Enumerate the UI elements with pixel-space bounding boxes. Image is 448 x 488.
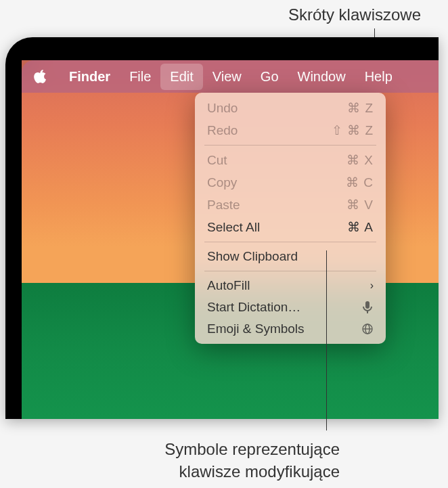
- globe-icon: [361, 323, 374, 335]
- callout-bottom-line2: klawisze modyfikujące: [164, 461, 340, 483]
- shortcut: ⌘ X: [346, 152, 374, 168]
- menubar-window[interactable]: Window: [288, 64, 355, 90]
- callout-bottom: Symbole reprezentujące klawisze modyfiku…: [164, 439, 340, 483]
- shortcut: ⌘ A: [347, 219, 374, 235]
- shortcut: ⌘ C: [346, 175, 374, 190]
- menu-autofill[interactable]: AutoFill ›: [199, 275, 382, 296]
- device-frame: Finder File Edit View Go Window Help Und…: [5, 37, 439, 419]
- callout-line-bottom: [326, 250, 327, 430]
- menu-label: Select All: [207, 220, 260, 235]
- menubar-go[interactable]: Go: [251, 64, 288, 90]
- shortcut: ⇧ ⌘ Z: [332, 123, 374, 138]
- menu-undo[interactable]: Undo ⌘ Z: [199, 97, 382, 119]
- menu-select-all[interactable]: Select All ⌘ A: [199, 216, 382, 238]
- callout-top: Skróty klawiszowe: [288, 5, 421, 24]
- menu-label: Paste: [207, 198, 240, 213]
- menu-paste[interactable]: Paste ⌘ V: [199, 194, 382, 216]
- menu-cut[interactable]: Cut ⌘ X: [199, 149, 382, 171]
- menu-separator: [204, 271, 376, 271]
- menu-separator: [204, 145, 376, 146]
- menu-label: Emoji & Symbols: [207, 321, 305, 336]
- menubar-file[interactable]: File: [120, 64, 160, 90]
- menu-label: Undo: [207, 101, 238, 116]
- menu-label: Copy: [207, 175, 237, 190]
- edit-menu-dropdown: Undo ⌘ Z Redo ⇧ ⌘ Z Cut ⌘ X Copy ⌘ C Pas…: [195, 93, 386, 344]
- menu-emoji-symbols[interactable]: Emoji & Symbols: [199, 318, 382, 340]
- screen: Finder File Edit View Go Window Help Und…: [22, 60, 439, 419]
- microphone-icon: [361, 301, 374, 313]
- shortcut: ⌘ V: [346, 197, 374, 213]
- menu-label: Start Dictation…: [207, 300, 300, 315]
- menu-start-dictation[interactable]: Start Dictation…: [199, 296, 382, 318]
- menu-label: Redo: [207, 123, 238, 138]
- menu-label: Cut: [207, 153, 227, 168]
- menu-show-clipboard[interactable]: Show Clipboard: [199, 246, 382, 267]
- menu-separator: [204, 242, 376, 242]
- menubar: Finder File Edit View Go Window Help: [22, 60, 439, 93]
- menu-copy[interactable]: Copy ⌘ C: [199, 171, 382, 194]
- menu-label: AutoFill: [207, 278, 250, 293]
- chevron-right-icon: ›: [370, 280, 374, 292]
- menubar-help[interactable]: Help: [355, 64, 402, 90]
- menubar-app-name[interactable]: Finder: [60, 64, 120, 90]
- menu-redo[interactable]: Redo ⇧ ⌘ Z: [199, 119, 382, 141]
- callout-bottom-line1: Symbole reprezentujące: [164, 439, 340, 460]
- menubar-edit[interactable]: Edit: [160, 64, 202, 90]
- apple-logo-icon[interactable]: [34, 68, 47, 85]
- menu-label: Show Clipboard: [207, 249, 298, 264]
- menubar-view[interactable]: View: [203, 64, 251, 90]
- shortcut: ⌘ Z: [347, 100, 374, 116]
